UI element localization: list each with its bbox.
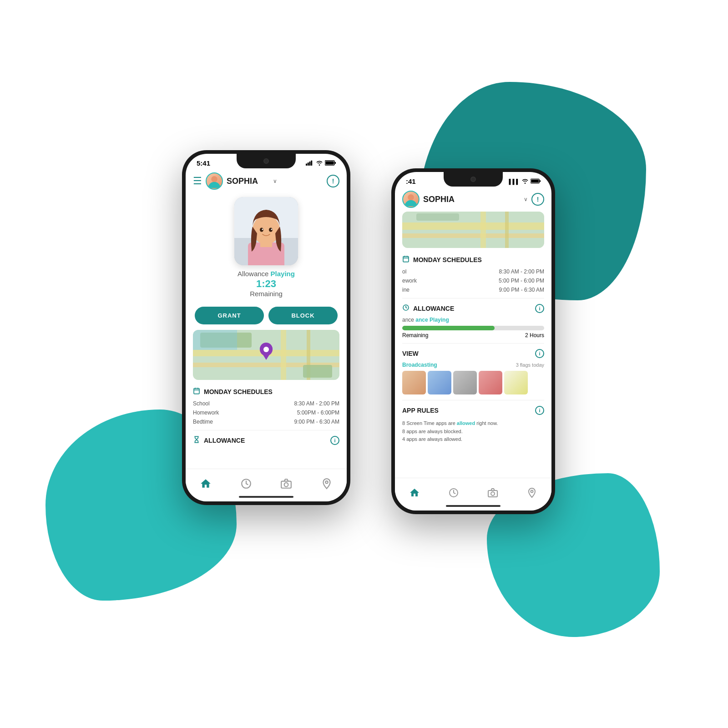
time-back: :41 — [406, 177, 416, 185]
hamburger-icon[interactable]: ☰ — [193, 175, 202, 187]
phone-front: 5:41 ☰ — [182, 150, 350, 505]
schedule-row-3-back: ine 9:00 PM - 6:30 AM — [395, 285, 551, 294]
allowance-header-front: ALLOWANCE i — [186, 434, 347, 448]
home-bar-back — [446, 505, 500, 507]
phone-back-screen: :41 ▌▌▌ — [395, 172, 551, 511]
nav-clock-front[interactable] — [240, 478, 252, 490]
action-buttons: GRANT BLOCK — [186, 303, 347, 330]
svg-rect-1 — [531, 179, 539, 182]
allowance-status-back: ance ance Playing — [395, 316, 551, 324]
allowance-status-text: Allowance Playing — [238, 270, 295, 278]
username-front: SOPHIA — [227, 177, 269, 186]
allowance-icon-back — [402, 304, 410, 313]
profile-photo-area: Allowance Playing 1:23 Remaining — [186, 193, 347, 303]
svg-rect-32 — [194, 389, 199, 394]
calendar-icon-front — [193, 387, 200, 396]
wifi-icon-back — [521, 178, 529, 185]
svg-rect-15 — [309, 162, 311, 166]
time-front: 5:41 — [197, 159, 210, 167]
progress-fill-back — [402, 326, 495, 330]
remaining-row-back: Remaining 2 Hours — [395, 331, 551, 339]
schedule-row-2-back: ework 5:00 PM - 6:00 PM — [395, 276, 551, 285]
top-nav-front: ☰ SOPHIA ∨ ! — [186, 169, 347, 193]
battery-icon-back — [531, 178, 541, 185]
svg-point-11 — [491, 492, 495, 495]
review-title-back: VIEW — [402, 350, 531, 357]
notch-front — [237, 154, 296, 168]
allowance-info-front[interactable]: i — [330, 436, 339, 445]
review-header-back: VIEW i — [395, 347, 551, 361]
svg-rect-2 — [539, 180, 541, 182]
profile-photo — [234, 197, 298, 265]
avatar-front[interactable] — [206, 172, 223, 190]
chevron-front[interactable]: ∨ — [273, 178, 277, 184]
svg-point-31 — [263, 347, 269, 352]
allowance-title-front: ALLOWANCE — [204, 437, 327, 444]
nav-home-front[interactable] — [200, 478, 212, 490]
review-info-back[interactable]: i — [535, 349, 544, 358]
chevron-back[interactable]: ∨ — [524, 196, 528, 202]
svg-point-25 — [253, 215, 280, 244]
username-back: SOPHIA — [423, 195, 520, 204]
progress-bar-back — [402, 326, 544, 330]
allowance-header-back: ALLOWANCE i — [395, 302, 551, 316]
app-rules-info-back[interactable]: i — [535, 406, 544, 415]
review-row-back: Broadcasting 3 flags today — [395, 361, 551, 369]
allowance-title-back: ALLOWANCE — [413, 305, 531, 312]
svg-rect-19 — [334, 162, 336, 163]
thumbnail-2 — [428, 371, 451, 394]
block-button[interactable]: BLOCK — [268, 307, 338, 324]
hourglass-icon — [193, 436, 200, 445]
schedules-title-back: MONDAY SCHEDULES — [413, 256, 544, 263]
info-button-front[interactable]: ! — [327, 175, 339, 187]
svg-point-39 — [325, 481, 328, 483]
schedule-row-2-front: Homework 5:00PM - 6:00PM — [186, 408, 347, 417]
remaining-label: Remaining — [250, 290, 283, 298]
flags-count: 3 flags today — [516, 362, 544, 368]
app-rules-text-back: 8 Screen Time apps are allowed right now… — [395, 418, 551, 445]
app-rules-header-back: APP RULES i — [395, 404, 551, 418]
svg-point-20 — [211, 176, 217, 182]
nav-location-front[interactable] — [321, 478, 333, 490]
svg-rect-16 — [311, 160, 312, 165]
nav-camera-front[interactable] — [280, 478, 292, 490]
svg-point-29 — [271, 229, 273, 230]
home-bar-front — [239, 496, 293, 498]
svg-point-28 — [262, 229, 263, 230]
nav-clock-back[interactable] — [448, 487, 459, 498]
thumbnail-1 — [402, 371, 426, 394]
thumbnail-5 — [504, 371, 528, 394]
svg-point-38 — [284, 482, 288, 486]
phone-front-screen: 5:41 ☰ — [186, 154, 347, 501]
signal-icon-back: ▌▌▌ — [509, 179, 520, 184]
svg-point-12 — [531, 490, 533, 492]
svg-rect-18 — [325, 161, 334, 164]
divider-1-back — [402, 298, 544, 298]
avatar-back[interactable] — [402, 191, 420, 208]
thumbnail-3 — [453, 371, 477, 394]
map-pin — [259, 343, 273, 363]
schedule-row-1-back: ol 8:30 AM - 2:00 PM — [395, 267, 551, 276]
calendar-icon-back — [402, 255, 410, 264]
signal-icon-front — [306, 160, 314, 167]
thumbnail-4 — [479, 371, 502, 394]
map-back — [402, 212, 544, 248]
divider-1-front — [193, 430, 339, 430]
wifi-icon-front — [316, 160, 323, 167]
svg-rect-4 — [403, 257, 409, 262]
nav-camera-back[interactable] — [487, 487, 498, 498]
top-nav-back: SOPHIA ∨ ! — [395, 187, 551, 212]
status-icons-front — [306, 160, 336, 167]
remaining-time: 1:23 — [256, 278, 276, 290]
grant-button[interactable]: GRANT — [195, 307, 264, 324]
svg-rect-14 — [308, 162, 309, 166]
nav-location-back[interactable] — [526, 487, 537, 498]
allowance-info-back[interactable]: i — [535, 304, 544, 313]
svg-point-3 — [408, 194, 414, 201]
broadcasting-label: Broadcasting — [402, 362, 437, 368]
nav-home-back[interactable] — [409, 487, 420, 498]
schedule-row-3-front: Bedtime 9:00 PM - 6:30 AM — [186, 417, 347, 426]
notch-back — [444, 172, 503, 187]
info-button-back[interactable]: ! — [531, 193, 544, 206]
app-rules-title-back: APP RULES — [402, 407, 531, 414]
